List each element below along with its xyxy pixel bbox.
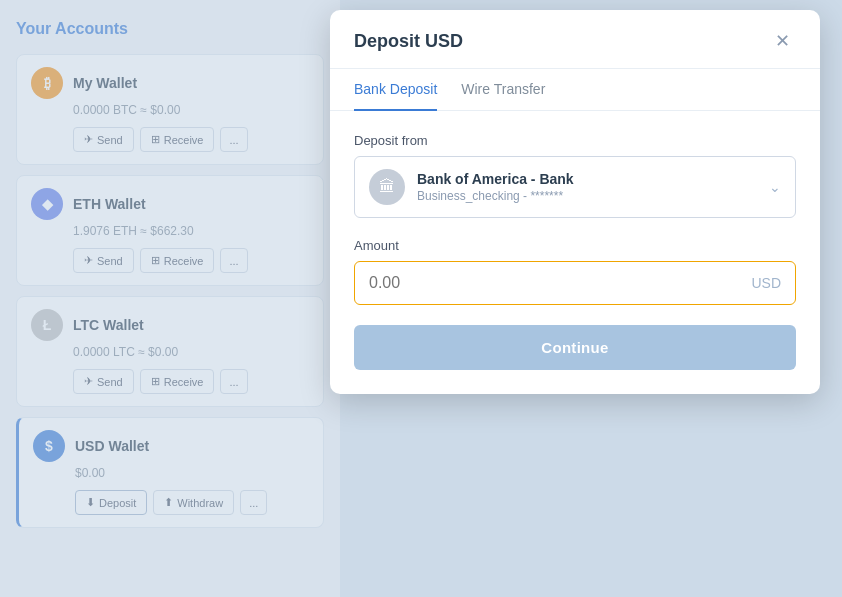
tab-bank-deposit[interactable]: Bank Deposit [354,69,437,111]
bank-details: Bank of America - Bank Business_checking… [417,171,574,203]
tab-wire-transfer[interactable]: Wire Transfer [461,69,545,111]
continue-button[interactable]: Continue [354,325,796,370]
deposit-from-selector[interactable]: 🏛 Bank of America - Bank Business_checki… [354,156,796,218]
amount-input[interactable] [369,274,751,292]
deposit-from-label: Deposit from [354,133,796,148]
bank-sub: Business_checking - ******* [417,189,574,203]
deposit-modal: Deposit USD ✕ Bank Deposit Wire Transfer… [330,10,820,394]
amount-label: Amount [354,238,796,253]
modal-tabs: Bank Deposit Wire Transfer [330,69,820,111]
bank-info: 🏛 Bank of America - Bank Business_checki… [369,169,574,205]
chevron-updown-icon: ⌄ [769,179,781,195]
modal-header: Deposit USD ✕ [330,10,820,69]
modal-body: Deposit from 🏛 Bank of America - Bank Bu… [330,111,820,394]
amount-currency: USD [751,275,781,291]
amount-field-wrapper: USD [354,261,796,305]
modal-title: Deposit USD [354,31,463,52]
modal-close-button[interactable]: ✕ [769,30,796,52]
bank-icon: 🏛 [369,169,405,205]
bank-name: Bank of America - Bank [417,171,574,187]
